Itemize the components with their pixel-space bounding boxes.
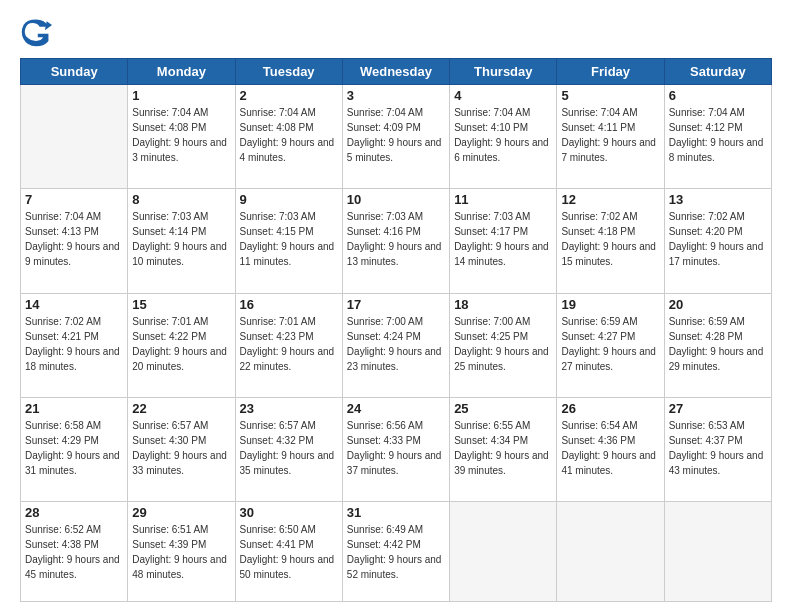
day-info: Sunrise: 7:01 AMSunset: 4:23 PMDaylight:… xyxy=(240,314,338,374)
calendar-cell: 29Sunrise: 6:51 AMSunset: 4:39 PMDayligh… xyxy=(128,502,235,602)
calendar-cell: 26Sunrise: 6:54 AMSunset: 4:36 PMDayligh… xyxy=(557,398,664,502)
day-number: 18 xyxy=(454,297,552,312)
calendar-week-4: 21Sunrise: 6:58 AMSunset: 4:29 PMDayligh… xyxy=(21,398,772,502)
day-info: Sunrise: 7:03 AMSunset: 4:16 PMDaylight:… xyxy=(347,209,445,269)
day-info: Sunrise: 7:04 AMSunset: 4:11 PMDaylight:… xyxy=(561,105,659,165)
calendar-cell xyxy=(664,502,771,602)
day-number: 11 xyxy=(454,192,552,207)
day-number: 19 xyxy=(561,297,659,312)
day-info: Sunrise: 7:04 AMSunset: 4:10 PMDaylight:… xyxy=(454,105,552,165)
day-number: 28 xyxy=(25,505,123,520)
calendar-cell: 7Sunrise: 7:04 AMSunset: 4:13 PMDaylight… xyxy=(21,189,128,293)
calendar-week-1: 1Sunrise: 7:04 AMSunset: 4:08 PMDaylight… xyxy=(21,85,772,189)
day-info: Sunrise: 6:49 AMSunset: 4:42 PMDaylight:… xyxy=(347,522,445,582)
calendar-cell: 20Sunrise: 6:59 AMSunset: 4:28 PMDayligh… xyxy=(664,293,771,397)
day-info: Sunrise: 7:02 AMSunset: 4:20 PMDaylight:… xyxy=(669,209,767,269)
day-info: Sunrise: 6:59 AMSunset: 4:28 PMDaylight:… xyxy=(669,314,767,374)
calendar-cell: 6Sunrise: 7:04 AMSunset: 4:12 PMDaylight… xyxy=(664,85,771,189)
day-number: 8 xyxy=(132,192,230,207)
day-info: Sunrise: 7:04 AMSunset: 4:12 PMDaylight:… xyxy=(669,105,767,165)
calendar-cell: 5Sunrise: 7:04 AMSunset: 4:11 PMDaylight… xyxy=(557,85,664,189)
calendar-cell: 11Sunrise: 7:03 AMSunset: 4:17 PMDayligh… xyxy=(450,189,557,293)
calendar-cell: 16Sunrise: 7:01 AMSunset: 4:23 PMDayligh… xyxy=(235,293,342,397)
calendar-cell: 17Sunrise: 7:00 AMSunset: 4:24 PMDayligh… xyxy=(342,293,449,397)
calendar-cell: 12Sunrise: 7:02 AMSunset: 4:18 PMDayligh… xyxy=(557,189,664,293)
logo xyxy=(20,16,56,48)
calendar-page: SundayMondayTuesdayWednesdayThursdayFrid… xyxy=(0,0,792,612)
calendar-cell: 14Sunrise: 7:02 AMSunset: 4:21 PMDayligh… xyxy=(21,293,128,397)
day-number: 29 xyxy=(132,505,230,520)
day-number: 17 xyxy=(347,297,445,312)
calendar-cell: 21Sunrise: 6:58 AMSunset: 4:29 PMDayligh… xyxy=(21,398,128,502)
day-info: Sunrise: 6:54 AMSunset: 4:36 PMDaylight:… xyxy=(561,418,659,478)
day-header-wednesday: Wednesday xyxy=(342,59,449,85)
calendar-cell: 23Sunrise: 6:57 AMSunset: 4:32 PMDayligh… xyxy=(235,398,342,502)
calendar-cell: 27Sunrise: 6:53 AMSunset: 4:37 PMDayligh… xyxy=(664,398,771,502)
day-number: 13 xyxy=(669,192,767,207)
day-info: Sunrise: 6:52 AMSunset: 4:38 PMDaylight:… xyxy=(25,522,123,582)
day-header-friday: Friday xyxy=(557,59,664,85)
day-info: Sunrise: 6:57 AMSunset: 4:30 PMDaylight:… xyxy=(132,418,230,478)
day-header-saturday: Saturday xyxy=(664,59,771,85)
day-info: Sunrise: 6:59 AMSunset: 4:27 PMDaylight:… xyxy=(561,314,659,374)
calendar-cell xyxy=(21,85,128,189)
day-info: Sunrise: 6:56 AMSunset: 4:33 PMDaylight:… xyxy=(347,418,445,478)
calendar-cell: 15Sunrise: 7:01 AMSunset: 4:22 PMDayligh… xyxy=(128,293,235,397)
day-info: Sunrise: 6:58 AMSunset: 4:29 PMDaylight:… xyxy=(25,418,123,478)
day-number: 24 xyxy=(347,401,445,416)
day-number: 14 xyxy=(25,297,123,312)
day-info: Sunrise: 7:01 AMSunset: 4:22 PMDaylight:… xyxy=(132,314,230,374)
day-number: 10 xyxy=(347,192,445,207)
day-number: 6 xyxy=(669,88,767,103)
day-header-monday: Monday xyxy=(128,59,235,85)
day-info: Sunrise: 7:04 AMSunset: 4:13 PMDaylight:… xyxy=(25,209,123,269)
calendar-week-2: 7Sunrise: 7:04 AMSunset: 4:13 PMDaylight… xyxy=(21,189,772,293)
calendar-cell: 2Sunrise: 7:04 AMSunset: 4:08 PMDaylight… xyxy=(235,85,342,189)
day-info: Sunrise: 7:03 AMSunset: 4:15 PMDaylight:… xyxy=(240,209,338,269)
day-number: 5 xyxy=(561,88,659,103)
header xyxy=(20,16,772,48)
day-number: 4 xyxy=(454,88,552,103)
day-number: 16 xyxy=(240,297,338,312)
day-header-tuesday: Tuesday xyxy=(235,59,342,85)
day-info: Sunrise: 7:04 AMSunset: 4:09 PMDaylight:… xyxy=(347,105,445,165)
calendar-cell: 24Sunrise: 6:56 AMSunset: 4:33 PMDayligh… xyxy=(342,398,449,502)
day-number: 9 xyxy=(240,192,338,207)
calendar-cell: 10Sunrise: 7:03 AMSunset: 4:16 PMDayligh… xyxy=(342,189,449,293)
day-info: Sunrise: 7:00 AMSunset: 4:25 PMDaylight:… xyxy=(454,314,552,374)
day-number: 20 xyxy=(669,297,767,312)
day-header-sunday: Sunday xyxy=(21,59,128,85)
calendar-cell: 13Sunrise: 7:02 AMSunset: 4:20 PMDayligh… xyxy=(664,189,771,293)
day-info: Sunrise: 7:02 AMSunset: 4:18 PMDaylight:… xyxy=(561,209,659,269)
calendar-cell: 22Sunrise: 6:57 AMSunset: 4:30 PMDayligh… xyxy=(128,398,235,502)
day-info: Sunrise: 7:03 AMSunset: 4:14 PMDaylight:… xyxy=(132,209,230,269)
day-header-thursday: Thursday xyxy=(450,59,557,85)
day-info: Sunrise: 6:51 AMSunset: 4:39 PMDaylight:… xyxy=(132,522,230,582)
day-number: 27 xyxy=(669,401,767,416)
day-info: Sunrise: 7:02 AMSunset: 4:21 PMDaylight:… xyxy=(25,314,123,374)
day-info: Sunrise: 6:53 AMSunset: 4:37 PMDaylight:… xyxy=(669,418,767,478)
calendar-cell: 8Sunrise: 7:03 AMSunset: 4:14 PMDaylight… xyxy=(128,189,235,293)
calendar-cell xyxy=(450,502,557,602)
logo-icon xyxy=(20,16,52,48)
calendar-week-5: 28Sunrise: 6:52 AMSunset: 4:38 PMDayligh… xyxy=(21,502,772,602)
calendar-week-3: 14Sunrise: 7:02 AMSunset: 4:21 PMDayligh… xyxy=(21,293,772,397)
day-number: 26 xyxy=(561,401,659,416)
calendar-table: SundayMondayTuesdayWednesdayThursdayFrid… xyxy=(20,58,772,602)
day-info: Sunrise: 6:57 AMSunset: 4:32 PMDaylight:… xyxy=(240,418,338,478)
day-info: Sunrise: 7:04 AMSunset: 4:08 PMDaylight:… xyxy=(132,105,230,165)
day-info: Sunrise: 6:50 AMSunset: 4:41 PMDaylight:… xyxy=(240,522,338,582)
day-number: 3 xyxy=(347,88,445,103)
day-number: 7 xyxy=(25,192,123,207)
calendar-cell: 1Sunrise: 7:04 AMSunset: 4:08 PMDaylight… xyxy=(128,85,235,189)
day-number: 25 xyxy=(454,401,552,416)
day-number: 1 xyxy=(132,88,230,103)
calendar-cell: 28Sunrise: 6:52 AMSunset: 4:38 PMDayligh… xyxy=(21,502,128,602)
day-number: 2 xyxy=(240,88,338,103)
day-number: 30 xyxy=(240,505,338,520)
calendar-cell: 9Sunrise: 7:03 AMSunset: 4:15 PMDaylight… xyxy=(235,189,342,293)
calendar-cell xyxy=(557,502,664,602)
calendar-header-row: SundayMondayTuesdayWednesdayThursdayFrid… xyxy=(21,59,772,85)
calendar-cell: 18Sunrise: 7:00 AMSunset: 4:25 PMDayligh… xyxy=(450,293,557,397)
day-info: Sunrise: 7:04 AMSunset: 4:08 PMDaylight:… xyxy=(240,105,338,165)
